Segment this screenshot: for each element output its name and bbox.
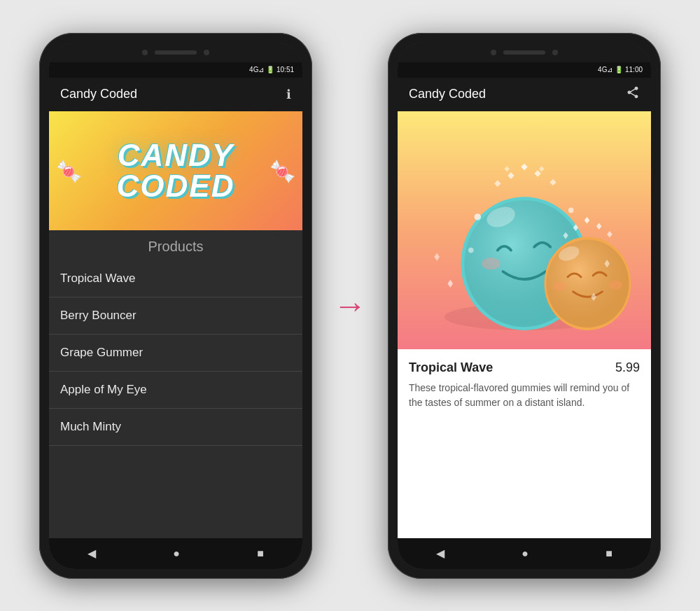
app-bar-2: Candy Coded <box>398 78 651 111</box>
share-icon[interactable] <box>626 85 640 103</box>
logo-line2: CODED <box>117 171 235 202</box>
list-item[interactable]: Apple of My Eye <box>49 372 302 409</box>
product-list: Tropical Wave Berry Bouncer Grape Gummer… <box>49 260 302 446</box>
svg-point-12 <box>475 213 482 220</box>
speaker-grille-2 <box>503 50 545 55</box>
list-item[interactable]: Much Minty <box>49 409 302 446</box>
svg-marker-9 <box>550 178 556 185</box>
status-bar-1: 4G⊿ 🔋 10:51 <box>49 62 302 78</box>
arrow-container: → <box>333 289 367 323</box>
list-item[interactable]: Tropical Wave <box>49 260 302 297</box>
app-bar-1: Candy Coded ℹ <box>49 78 302 111</box>
svg-marker-5 <box>521 163 528 170</box>
camera-dot <box>142 50 148 55</box>
svg-marker-7 <box>534 170 541 177</box>
svg-point-3 <box>482 258 500 269</box>
svg-marker-22 <box>596 223 602 230</box>
svg-marker-6 <box>507 172 514 179</box>
back-button-1[interactable]: ◀ <box>74 541 110 566</box>
navigation-arrow: → <box>333 289 367 323</box>
camera-dot-4 <box>552 50 558 55</box>
logo-line1: CANDY <box>117 140 235 171</box>
info-icon[interactable]: ℹ <box>286 87 291 102</box>
status-bar-2: 4G⊿ 🔋 11:00 <box>398 62 651 78</box>
speaker-grille <box>155 50 197 55</box>
detail-price: 5.99 <box>615 360 640 375</box>
svg-marker-8 <box>494 180 501 187</box>
recent-button-1[interactable]: ■ <box>243 542 278 566</box>
camera-dot-3 <box>491 50 496 55</box>
detail-info: Tropical Wave 5.99 These tropical-flavor… <box>398 349 651 538</box>
app-title-2: Candy Coded <box>409 87 486 101</box>
phone-top-bar-2 <box>398 43 651 62</box>
svg-marker-26 <box>447 279 453 287</box>
svg-point-19 <box>609 280 622 289</box>
products-section: Products Tropical Wave Berry Bouncer Gra… <box>49 230 302 538</box>
scene: 4G⊿ 🔋 10:51 Candy Coded ℹ 🍬 CANDY CODED … <box>39 33 661 579</box>
nav-bar-1: ◀ ● ■ <box>49 538 302 569</box>
back-button-2[interactable]: ◀ <box>422 541 458 566</box>
nav-bar-2: ◀ ● ■ <box>398 538 651 569</box>
status-right-2: 4G⊿ 🔋 11:00 <box>598 66 643 73</box>
detail-title: Tropical Wave <box>409 360 493 375</box>
candy-coded-logo: CANDY CODED <box>117 140 235 202</box>
candy-deco-right: 🍬 <box>270 158 295 183</box>
detail-description: These tropical-flavored gummies will rem… <box>409 381 640 410</box>
status-right-1: 4G⊿ 🔋 10:51 <box>249 66 294 73</box>
candy-deco-left: 🍬 <box>56 158 82 183</box>
list-item[interactable]: Berry Bouncer <box>49 297 302 335</box>
home-button-2[interactable]: ● <box>507 542 542 566</box>
svg-point-14 <box>468 247 474 253</box>
recent-button-2[interactable]: ■ <box>592 542 626 566</box>
svg-point-18 <box>553 281 566 290</box>
candy-illustration <box>398 111 651 349</box>
detail-title-row: Tropical Wave 5.99 <box>409 360 640 375</box>
app-title-1: Candy Coded <box>60 87 137 101</box>
svg-marker-10 <box>504 166 510 171</box>
svg-marker-20 <box>584 216 590 223</box>
camera-dot-2 <box>204 50 209 55</box>
svg-marker-11 <box>539 166 545 171</box>
product-image-area <box>398 111 651 349</box>
home-button-1[interactable]: ● <box>159 542 194 566</box>
products-header: Products <box>49 230 302 260</box>
svg-marker-28 <box>434 253 440 260</box>
hero-banner: 🍬 CANDY CODED 🍬 <box>49 111 302 230</box>
phone-list: 4G⊿ 🔋 10:51 Candy Coded ℹ 🍬 CANDY CODED … <box>39 33 312 579</box>
svg-point-13 <box>568 207 574 213</box>
svg-marker-24 <box>607 230 612 237</box>
phone-top-bar <box>49 43 302 62</box>
phone-detail: 4G⊿ 🔋 11:00 Candy Coded <box>388 33 661 579</box>
list-item[interactable]: Grape Gummer <box>49 335 302 372</box>
